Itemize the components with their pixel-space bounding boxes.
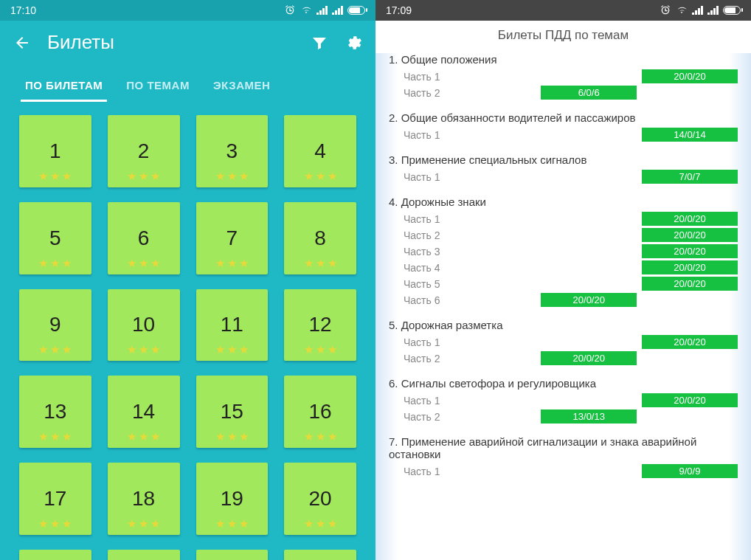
part-label: Часть 2 — [404, 411, 440, 423]
score-badge[interactable]: 20/0/20 — [642, 212, 738, 226]
stars-icon: ★★★ — [304, 517, 337, 530]
topic: 5. Дорожная разметкаЧасть 120/0/20Часть … — [389, 319, 738, 365]
part-label: Часть 1 — [404, 395, 440, 407]
score-badge[interactable]: 20/0/20 — [642, 69, 738, 83]
ticket-22[interactable]: 22★★★ — [108, 550, 180, 560]
topic-title: 4. Дорожные знаки — [389, 196, 738, 208]
phone-screen-tickets: 17:10 Билеты ПО БИЛЕТАМПО ТЕМАМЭКЗАМЕН 1… — [0, 0, 376, 560]
ticket-10[interactable]: 10★★★ — [108, 289, 180, 362]
signal-icon — [316, 6, 328, 15]
signal-icon — [692, 6, 703, 15]
ticket-18[interactable]: 18★★★ — [108, 463, 180, 535]
ticket-2[interactable]: 2★★★ — [108, 115, 180, 187]
battery-icon — [347, 6, 365, 15]
topic-title: 5. Дорожная разметка — [389, 319, 738, 331]
score-badge[interactable]: 20/0/20 — [642, 393, 738, 407]
topic-part[interactable]: Часть 220/0/20 — [389, 228, 738, 242]
part-label: Часть 1 — [404, 213, 440, 225]
ticket-21[interactable]: 21★★★ — [19, 550, 91, 560]
score-badge[interactable]: 20/0/20 — [642, 244, 738, 258]
topic-part[interactable]: Часть 114/0/14 — [389, 128, 738, 142]
app-header: Билеты ПО БИЛЕТАМПО ТЕМАМЭКЗАМЕН — [0, 21, 376, 102]
ticket-number: 7 — [226, 227, 238, 250]
stars-icon: ★★★ — [38, 257, 72, 270]
score-badge[interactable]: 7/0/7 — [642, 170, 738, 184]
filter-button[interactable] — [311, 34, 328, 52]
ticket-1[interactable]: 1★★★ — [19, 115, 91, 187]
stars-icon: ★★★ — [38, 517, 72, 530]
score-badge[interactable]: 20/0/20 — [642, 260, 738, 274]
topics-list[interactable]: 1. Общие положенияЧасть 120/0/20Часть 26… — [376, 53, 751, 560]
status-bar: 17:10 — [0, 0, 376, 21]
ticket-14[interactable]: 14★★★ — [108, 376, 180, 448]
topic-part[interactable]: Часть 420/0/20 — [389, 260, 738, 274]
tab-0[interactable]: ПО БИЛЕТАМ — [13, 70, 114, 102]
ticket-number: 10 — [132, 313, 155, 336]
topic-part[interactable]: Часть 320/0/20 — [389, 244, 738, 258]
score-badge[interactable]: 13/0/13 — [541, 409, 637, 424]
topic-part[interactable]: Часть 17/0/7 — [389, 170, 738, 184]
stars-icon: ★★★ — [127, 517, 160, 530]
tab-1[interactable]: ПО ТЕМАМ — [114, 70, 201, 102]
ticket-6[interactable]: 6★★★ — [108, 202, 180, 274]
ticket-17[interactable]: 17★★★ — [19, 463, 91, 535]
settings-button[interactable] — [345, 34, 362, 52]
score-badge[interactable]: 20/0/20 — [642, 228, 738, 242]
score-badge[interactable]: 14/0/14 — [642, 128, 738, 142]
part-label: Часть 1 — [404, 171, 440, 183]
score-badge[interactable]: 20/0/20 — [642, 277, 738, 291]
stars-icon: ★★★ — [304, 430, 337, 443]
page-title: Билеты — [47, 31, 294, 54]
stars-icon: ★★★ — [304, 343, 337, 356]
topic-part[interactable]: Часть 213/0/13 — [389, 409, 738, 424]
ticket-24[interactable]: 24★★★ — [284, 550, 356, 560]
score-badge[interactable]: 20/0/20 — [642, 335, 738, 349]
ticket-number: 18 — [132, 487, 155, 511]
wifi-icon — [676, 4, 688, 16]
tab-2[interactable]: ЭКЗАМЕН — [201, 70, 282, 102]
alarm-icon — [660, 4, 671, 16]
topic-part[interactable]: Часть 120/0/20 — [389, 335, 738, 349]
ticket-20[interactable]: 20★★★ — [284, 463, 356, 535]
alarm-icon — [284, 4, 296, 16]
topic-part[interactable]: Часть 26/0/6 — [389, 86, 738, 100]
back-button[interactable] — [13, 34, 31, 52]
status-icons — [660, 4, 741, 16]
part-label: Часть 1 — [404, 336, 440, 348]
ticket-12[interactable]: 12★★★ — [284, 289, 356, 362]
ticket-11[interactable]: 11★★★ — [196, 289, 269, 362]
ticket-16[interactable]: 16★★★ — [284, 376, 356, 448]
ticket-19[interactable]: 19★★★ — [196, 463, 269, 535]
ticket-8[interactable]: 8★★★ — [284, 202, 356, 274]
topic-part[interactable]: Часть 120/0/20 — [389, 393, 738, 407]
ticket-3[interactable]: 3★★★ — [196, 115, 269, 187]
topic: 2. Общие обязанности водителей и пассажи… — [389, 111, 738, 142]
score-badge[interactable]: 20/0/20 — [541, 293, 637, 307]
topic-part[interactable]: Часть 520/0/20 — [389, 277, 738, 291]
score-badge[interactable]: 6/0/6 — [541, 86, 637, 100]
topic-part[interactable]: Часть 620/0/20 — [389, 293, 738, 307]
stars-icon: ★★★ — [127, 343, 160, 356]
ticket-23[interactable]: 23★★★ — [196, 550, 269, 560]
score-badge[interactable]: 20/0/20 — [541, 351, 637, 365]
ticket-grid-wrap[interactable]: 1★★★2★★★3★★★4★★★5★★★6★★★7★★★8★★★9★★★10★★… — [0, 102, 376, 560]
ticket-9[interactable]: 9★★★ — [19, 289, 91, 362]
ticket-13[interactable]: 13★★★ — [19, 376, 91, 448]
ticket-4[interactable]: 4★★★ — [284, 115, 356, 187]
topic-part[interactable]: Часть 120/0/20 — [389, 212, 738, 226]
ticket-7[interactable]: 7★★★ — [196, 202, 269, 274]
part-label: Часть 1 — [404, 466, 440, 477]
ticket-15[interactable]: 15★★★ — [196, 376, 269, 448]
ticket-number: 9 — [49, 313, 61, 336]
topic-part[interactable]: Часть 220/0/20 — [389, 351, 738, 365]
score-badge[interactable]: 9/0/9 — [642, 464, 738, 478]
topic-part[interactable]: Часть 120/0/20 — [389, 69, 738, 83]
stars-icon: ★★★ — [215, 343, 249, 356]
stars-icon: ★★★ — [215, 430, 249, 443]
ticket-5[interactable]: 5★★★ — [19, 202, 91, 274]
stars-icon: ★★★ — [38, 170, 72, 183]
topic-part[interactable]: Часть 19/0/9 — [389, 464, 738, 478]
part-label: Часть 2 — [404, 229, 440, 241]
topic: 7. Применение аварийной сигнализации и з… — [389, 435, 738, 478]
stars-icon: ★★★ — [127, 170, 160, 183]
